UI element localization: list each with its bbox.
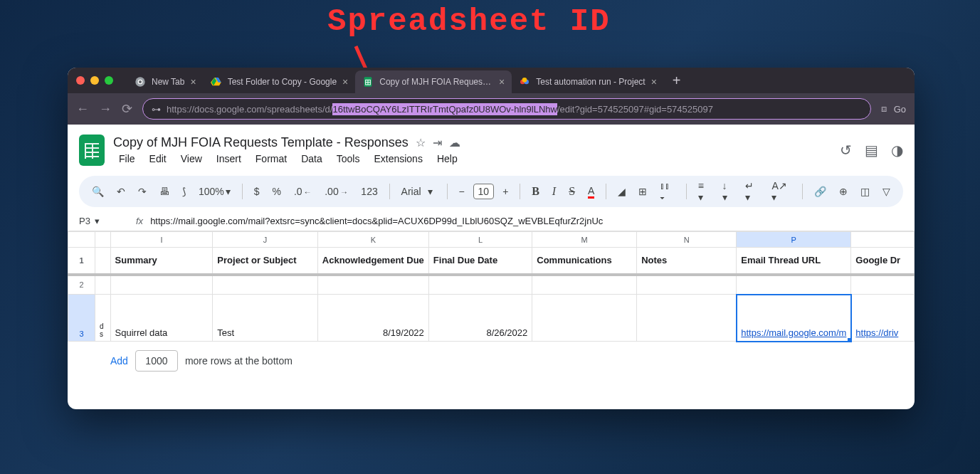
font-size-input[interactable]: 10 [473,184,495,199]
menu-edit[interactable]: Edit [144,152,172,166]
cloud-icon[interactable]: ☁ [449,136,460,149]
cell[interactable] [213,275,317,295]
close-tab-icon[interactable]: × [651,76,657,88]
menu-view[interactable]: View [175,152,208,166]
cell[interactable] [110,275,213,295]
browser-tab-newtab[interactable]: New Tab × [127,70,204,93]
cell[interactable] [428,275,532,295]
spreadsheet-grid[interactable]: I J K L M N P 1 Summary Project or Subje… [68,231,915,380]
lens-icon[interactable]: ⧈ [881,103,887,115]
formula-input[interactable]: https://mail.google.com/mail?extsrc=sync… [150,216,903,226]
document-title[interactable]: Copy of MJH FOIA Requests Template - Res… [113,135,409,150]
column-header-n[interactable]: N [637,232,737,248]
decrease-decimal-button[interactable]: .0← [290,183,316,200]
cell-drive-url[interactable]: https://driv [851,295,915,342]
close-window-button[interactable] [76,76,85,85]
menu-format[interactable]: Format [250,152,293,166]
cell-notes[interactable] [637,295,737,342]
percent-button[interactable]: % [268,183,285,200]
italic-button[interactable]: I [548,182,560,201]
paint-format-button[interactable]: ⟆ [178,183,190,200]
link-button[interactable]: 🔗 [810,183,831,200]
merge-button[interactable]: ⫾⫾ ▾ [655,177,679,206]
column-header-i[interactable]: I [110,232,213,248]
close-tab-icon[interactable]: × [190,76,196,88]
cell[interactable] [637,275,737,295]
cell[interactable] [532,275,637,295]
undo-button[interactable]: ↶ [112,183,130,200]
add-rows-count-input[interactable]: 1000 [135,350,178,372]
move-icon[interactable]: ⇥ [433,136,442,149]
bold-button[interactable]: B [527,182,544,201]
star-icon[interactable]: ☆ [416,136,426,149]
reload-button[interactable]: ⟳ [122,101,132,117]
column-header-q[interactable] [851,232,915,248]
select-all-corner[interactable] [68,232,95,248]
cell-communications[interactable] [532,295,637,342]
column-header-j[interactable]: J [213,232,317,248]
filter-button[interactable]: ▽ [878,183,895,200]
fill-color-button[interactable]: ◢ [613,183,630,200]
url-input[interactable]: ⊶ https://docs.google.com/spreadsheets/d… [142,98,871,120]
header-cell[interactable]: Summary [110,248,213,275]
menu-help[interactable]: Help [431,152,463,166]
column-header-m[interactable]: M [532,232,637,248]
decrease-font-button[interactable]: − [454,183,468,200]
search-menu-icon[interactable]: 🔍 [88,183,108,200]
header-cell[interactable]: Final Due Date [428,248,532,275]
menu-insert[interactable]: Insert [211,152,247,166]
cell-project[interactable]: Test [213,295,317,342]
more-formats-button[interactable]: 123 [357,183,381,200]
forward-button[interactable]: → [99,102,112,117]
menu-tools[interactable]: Tools [331,152,366,166]
history-icon[interactable]: ↺ [840,142,852,159]
header-cell[interactable]: Communications [532,248,637,275]
chart-button[interactable]: ◫ [856,183,874,200]
borders-button[interactable]: ⊞ [634,183,651,200]
frozen-stub-cell[interactable]: ds [95,295,110,342]
browser-tab-gcp[interactable]: Test automation run - Project × [512,70,664,93]
close-tab-icon[interactable]: × [342,76,348,88]
row-header-2[interactable]: 2 [68,275,95,295]
cell-reference[interactable]: P3 ▾ [79,216,129,226]
menu-data[interactable]: Data [295,152,328,166]
row-header-1[interactable]: 1 [68,248,95,275]
comment-button[interactable]: ⊕ [835,183,852,200]
maximize-window-button[interactable] [105,76,113,85]
add-rows-button[interactable]: Add [110,355,128,367]
cell[interactable] [851,275,915,295]
valign-button[interactable]: ↓ ▾ [718,177,737,206]
increase-font-button[interactable]: + [498,183,512,200]
cell[interactable] [95,275,110,295]
menu-file[interactable]: File [113,152,141,166]
print-button[interactable]: 🖶 [155,183,174,200]
font-select[interactable]: Arial ▾ [397,183,440,200]
halign-button[interactable]: ≡ ▾ [694,177,714,206]
minimize-window-button[interactable] [90,76,99,85]
cell[interactable] [737,275,851,295]
site-info-icon[interactable]: ⊶ [152,104,161,115]
text-color-button[interactable]: A [584,182,599,201]
column-header-k[interactable]: K [317,232,428,248]
cell-final-due[interactable]: 8/26/2022 [428,295,532,342]
header-cell[interactable]: Email Thread URL [737,248,851,275]
meet-icon[interactable]: ◑ [891,142,903,159]
back-button[interactable]: ← [76,102,89,117]
rotate-button[interactable]: A↗ ▾ [767,177,795,206]
new-tab-button[interactable]: + [664,73,690,89]
browser-tab-drive[interactable]: Test Folder to Copy - Google × [204,70,356,93]
cell-summary[interactable]: Squirrel data [110,295,213,342]
header-cell[interactable]: Notes [637,248,737,275]
column-header-p[interactable]: P [737,232,851,248]
browser-tab-sheets[interactable]: Copy of MJH FOIA Requests T × [355,70,512,93]
menu-extensions[interactable]: Extensions [368,152,428,166]
currency-button[interactable]: $ [250,183,264,200]
cell-email-url-selected[interactable]: https://mail.google.com/m [737,295,851,342]
cell[interactable] [317,275,428,295]
sheets-app-icon[interactable] [79,135,105,166]
column-header-l[interactable]: L [428,232,532,248]
increase-decimal-button[interactable]: .00→ [320,183,352,200]
header-cell[interactable]: Google Dr [851,248,915,275]
close-tab-icon[interactable]: × [499,76,505,88]
header-cell[interactable]: Acknowledgement Due [317,248,428,275]
